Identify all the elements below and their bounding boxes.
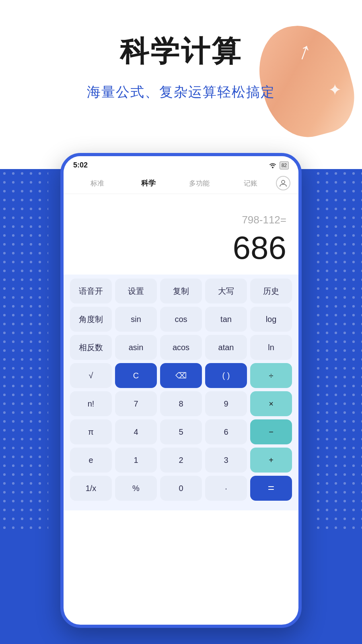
- key-8[interactable]: 8: [160, 391, 202, 416]
- display-area: 798-112= 686: [64, 194, 298, 275]
- key-_[interactable]: ÷: [250, 363, 292, 388]
- key-e[interactable]: e: [70, 448, 112, 473]
- profile-icon: [279, 179, 287, 187]
- key-row-2: 相反数asinacosatanln: [70, 335, 292, 360]
- key-___[interactable]: 语音开: [70, 279, 112, 303]
- key-ln[interactable]: ln: [250, 335, 292, 360]
- key-9[interactable]: 9: [205, 391, 247, 416]
- key-__[interactable]: 复制: [160, 279, 202, 303]
- key-_[interactable]: ·: [205, 476, 247, 501]
- key-_[interactable]: %: [115, 476, 157, 501]
- key-C[interactable]: C: [115, 363, 157, 388]
- key-_[interactable]: =: [250, 476, 292, 501]
- key-__[interactable]: 历史: [250, 279, 292, 303]
- dot-pattern-right: [314, 169, 362, 531]
- key-row-0: 语音开设置复制大写历史: [70, 279, 292, 303]
- key-1_x[interactable]: 1/x: [70, 476, 112, 501]
- key-acos[interactable]: acos: [160, 335, 202, 360]
- status-icons: 82: [268, 161, 289, 169]
- tab-accounting[interactable]: 记账: [225, 176, 276, 190]
- key-__[interactable]: 大写: [205, 279, 247, 303]
- key-___[interactable]: 角度制: [70, 307, 112, 332]
- key-log[interactable]: log: [250, 307, 292, 332]
- keypad: 语音开设置复制大写历史角度制sincostanlog相反数asinacosata…: [64, 275, 298, 510]
- svg-point-0: [272, 167, 274, 168]
- key-_[interactable]: ⌫: [160, 363, 202, 388]
- key-2[interactable]: 2: [160, 448, 202, 473]
- key-_[interactable]: −: [250, 419, 292, 444]
- key-cos[interactable]: cos: [160, 307, 202, 332]
- status-bar: 5:02 82: [64, 156, 298, 173]
- key-row-5: π456−: [70, 419, 292, 444]
- key-6[interactable]: 6: [205, 419, 247, 444]
- key-row-6: e123+: [70, 448, 292, 473]
- wifi-icon: [268, 162, 277, 169]
- key-row-1: 角度制sincostanlog: [70, 307, 292, 332]
- phone-frame: 5:02 82 标准 科学 多功能 记账 798-112= 686: [60, 153, 302, 628]
- key-___[interactable]: ( ): [205, 363, 247, 388]
- result: 686: [233, 229, 286, 266]
- key-row-4: n!789×: [70, 391, 292, 416]
- main-title: 科学计算: [0, 32, 362, 71]
- tab-multifunction[interactable]: 多功能: [174, 176, 225, 190]
- tab-standard[interactable]: 标准: [72, 176, 123, 190]
- key-7[interactable]: 7: [115, 391, 157, 416]
- key-n_[interactable]: n!: [70, 391, 112, 416]
- svg-point-1: [282, 180, 285, 184]
- key-__[interactable]: 设置: [115, 279, 157, 303]
- profile-button[interactable]: [276, 176, 290, 190]
- key-_[interactable]: √: [70, 363, 112, 388]
- key-5[interactable]: 5: [160, 419, 202, 444]
- key-3[interactable]: 3: [205, 448, 247, 473]
- key-tan[interactable]: tan: [205, 307, 247, 332]
- battery-icon: 82: [280, 161, 289, 169]
- key-row-3: √C⌫( )÷: [70, 363, 292, 388]
- subtitle: 海量公式、复杂运算轻松搞定: [0, 83, 362, 101]
- status-time: 5:02: [73, 161, 88, 169]
- key-___[interactable]: 相反数: [70, 335, 112, 360]
- expression: 798-112=: [242, 214, 286, 226]
- key-_[interactable]: +: [250, 448, 292, 473]
- key-_[interactable]: ×: [250, 391, 292, 416]
- key-atan[interactable]: atan: [205, 335, 247, 360]
- key-_[interactable]: π: [70, 419, 112, 444]
- title-section: 科学计算 海量公式、复杂运算轻松搞定: [0, 32, 362, 101]
- key-asin[interactable]: asin: [115, 335, 157, 360]
- key-row-7: 1/x%0·=: [70, 476, 292, 501]
- key-4[interactable]: 4: [115, 419, 157, 444]
- key-sin[interactable]: sin: [115, 307, 157, 332]
- key-0[interactable]: 0: [160, 476, 202, 501]
- tab-bar: 标准 科学 多功能 记账: [64, 173, 298, 194]
- key-1[interactable]: 1: [115, 448, 157, 473]
- dot-pattern-left: [0, 169, 48, 531]
- tab-science[interactable]: 科学: [123, 176, 174, 190]
